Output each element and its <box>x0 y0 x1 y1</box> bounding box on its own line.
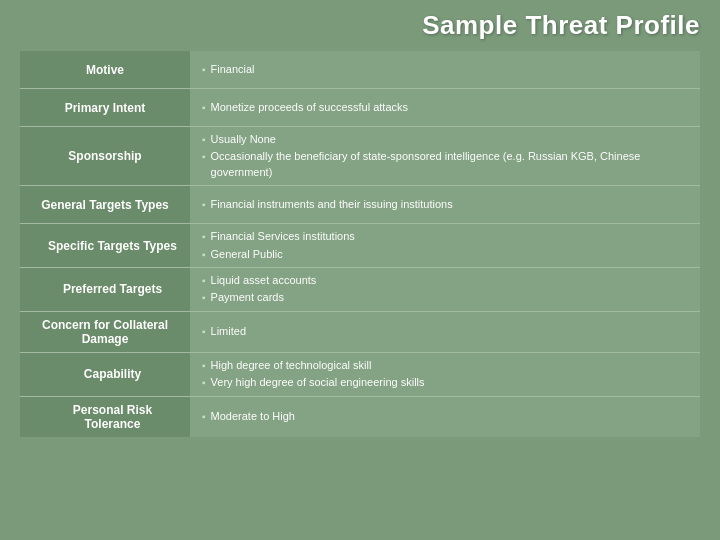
row-value: ▪Financial instruments and their issuing… <box>190 186 700 223</box>
value-text: Moderate to High <box>211 409 295 424</box>
table-row: Primary Intent▪Monetize proceeds of succ… <box>20 89 700 127</box>
bullet-icon: ▪ <box>202 133 206 147</box>
value-item: ▪Liquid asset accounts <box>202 273 688 288</box>
row-value: ▪Financial <box>190 51 700 88</box>
value-item: ▪Financial Services institutions <box>202 229 688 244</box>
bullet-icon: ▪ <box>202 230 206 244</box>
value-text: Financial <box>211 62 255 77</box>
table-row: Specific Targets Types▪Financial Service… <box>20 224 700 268</box>
value-item: ▪Usually None <box>202 132 688 147</box>
row-label: Specific Targets Types <box>20 224 190 267</box>
bullet-icon: ▪ <box>202 291 206 305</box>
page-container: Sample Threat Profile Motive▪FinancialPr… <box>0 0 720 540</box>
table-row: Capability▪High degree of technological … <box>20 353 700 397</box>
value-text: Occasionally the beneficiary of state-sp… <box>211 149 688 180</box>
bullet-icon: ▪ <box>202 359 206 373</box>
row-value: ▪Usually None▪Occasionally the beneficia… <box>190 127 700 185</box>
value-text: Monetize proceeds of successful attacks <box>211 100 408 115</box>
table-row: Preferred Targets▪Liquid asset accounts▪… <box>20 268 700 312</box>
bullet-icon: ▪ <box>202 63 206 77</box>
row-label: Primary Intent <box>20 89 190 126</box>
table-row: Sponsorship▪Usually None▪Occasionally th… <box>20 127 700 186</box>
row-value: ▪Limited <box>190 312 700 352</box>
row-label: Personal Risk Tolerance <box>20 397 190 437</box>
value-text: Liquid asset accounts <box>211 273 317 288</box>
bullet-icon: ▪ <box>202 248 206 262</box>
value-text: Financial instruments and their issuing … <box>211 197 453 212</box>
row-value: ▪High degree of technological skill▪Very… <box>190 353 700 396</box>
bullet-icon: ▪ <box>202 376 206 390</box>
table-row: Motive▪Financial <box>20 51 700 89</box>
bullet-icon: ▪ <box>202 274 206 288</box>
value-text: Limited <box>211 324 246 339</box>
table-row: Personal Risk Tolerance▪Moderate to High <box>20 397 700 437</box>
value-item: ▪Financial <box>202 62 688 77</box>
bullet-icon: ▪ <box>202 325 206 339</box>
table-row: Concern for Collateral Damage▪Limited <box>20 312 700 353</box>
row-value: ▪Monetize proceeds of successful attacks <box>190 89 700 126</box>
value-text: Payment cards <box>211 290 284 305</box>
value-item: ▪Financial instruments and their issuing… <box>202 197 688 212</box>
row-value: ▪Moderate to High <box>190 397 700 437</box>
bullet-icon: ▪ <box>202 150 206 164</box>
value-item: ▪Monetize proceeds of successful attacks <box>202 100 688 115</box>
bullet-icon: ▪ <box>202 198 206 212</box>
value-item: ▪Very high degree of social engineering … <box>202 375 688 390</box>
row-value: ▪Financial Services institutions▪General… <box>190 224 700 267</box>
row-value: ▪Liquid asset accounts▪Payment cards <box>190 268 700 311</box>
value-item: ▪Payment cards <box>202 290 688 305</box>
bullet-icon: ▪ <box>202 101 206 115</box>
row-label: Preferred Targets <box>20 268 190 311</box>
value-item: ▪Moderate to High <box>202 409 688 424</box>
row-label: Sponsorship <box>20 127 190 185</box>
value-text: High degree of technological skill <box>211 358 372 373</box>
row-label: Capability <box>20 353 190 396</box>
table-row: General Targets Types▪Financial instrume… <box>20 186 700 224</box>
table-container: Motive▪FinancialPrimary Intent▪Monetize … <box>20 51 700 530</box>
bullet-icon: ▪ <box>202 410 206 424</box>
value-item: ▪General Public <box>202 247 688 262</box>
value-text: Financial Services institutions <box>211 229 355 244</box>
row-label: Concern for Collateral Damage <box>20 312 190 352</box>
row-label: Motive <box>20 51 190 88</box>
value-item: ▪High degree of technological skill <box>202 358 688 373</box>
value-text: General Public <box>211 247 283 262</box>
value-item: ▪Occasionally the beneficiary of state-s… <box>202 149 688 180</box>
value-text: Usually None <box>211 132 276 147</box>
value-text: Very high degree of social engineering s… <box>211 375 425 390</box>
row-label: General Targets Types <box>20 186 190 223</box>
page-title: Sample Threat Profile <box>20 10 700 41</box>
value-item: ▪Limited <box>202 324 688 339</box>
